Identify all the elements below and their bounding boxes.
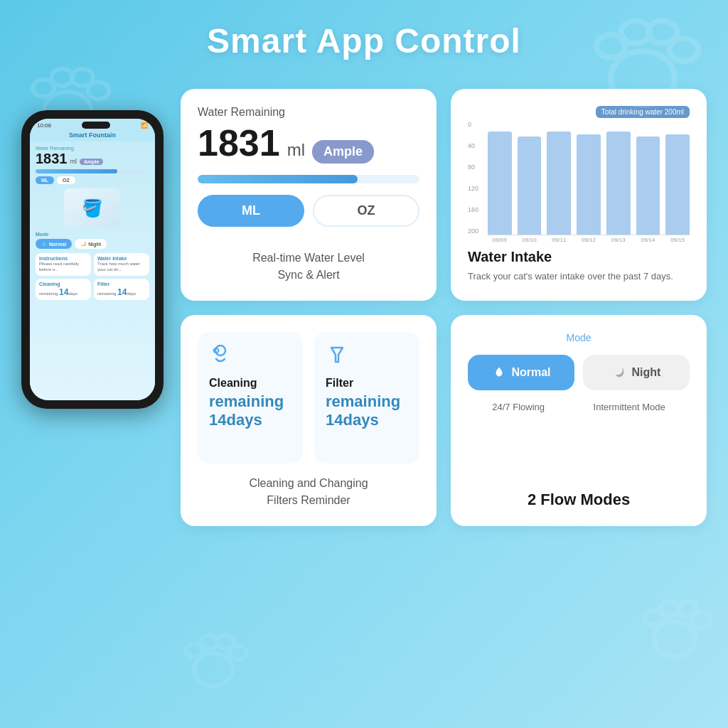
remaining-label: remaining — [326, 392, 400, 410]
night-mode-label: Night — [632, 366, 661, 379]
normal-mode-icon — [491, 365, 507, 380]
card-cleaning: Cleaning remaining 14days Filter remaini… — [181, 315, 437, 527]
phone-normal-label: Normal — [49, 242, 66, 247]
chart-y-label: 200 — [468, 228, 478, 235]
phone-status-bar: 10:08 📶 — [30, 119, 155, 130]
phone-water-label: Water Remaining — [36, 146, 149, 151]
cleaning-icon — [209, 343, 291, 371]
phone-filter-days: remaining 14days — [97, 287, 146, 297]
card-water-unit: ml — [287, 140, 305, 160]
phone-mode-row: 💧 Normal 🌙 Night — [36, 239, 149, 249]
normal-mode-desc: 24/7 Flowing — [492, 402, 545, 412]
phone-ample-badge: Ample — [80, 159, 103, 165]
card-ample-badge: Ample — [312, 140, 374, 164]
chart-bars-container: 20016012080400 — [468, 121, 690, 235]
phone-instructions-title: Instructions — [39, 256, 87, 261]
phone-filter-item: Filter remaining 14days — [94, 279, 149, 300]
chart-bar — [518, 136, 542, 235]
chart-area: 20016012080400 09/0909/1009/1109/1209/13… — [468, 121, 690, 243]
chart-title-row: Total drinking water 200ml — [468, 106, 690, 118]
filter-icon — [326, 343, 408, 371]
phone-info-grid: Instructions Please read carefully befor… — [36, 253, 149, 300]
mode-desc-row: 24/7 Flowing Intermittent Mode — [468, 402, 690, 412]
chart-bar — [636, 136, 660, 235]
chart-baseline — [488, 235, 690, 235]
phone-night-button[interactable]: 🌙 Night — [75, 239, 107, 249]
card-water-amount-row: 1831 ml Ample — [198, 124, 419, 164]
chart-x-label: 09/11 — [547, 237, 571, 243]
phone-app-name: Smart Fountain — [30, 130, 155, 141]
card-water-label: Water Remaining — [198, 106, 419, 119]
card-caption-line2: Sync & Alert — [277, 269, 339, 281]
phone-icons: 📶 — [141, 122, 148, 129]
card-oz-button[interactable]: OZ — [313, 195, 419, 227]
card-unit-row: ML OZ — [198, 195, 419, 227]
chart-x-label: 09/14 — [636, 237, 660, 243]
cards-grid: Water Remaining 1831 ml Ample ML OZ Real… — [181, 82, 707, 526]
mode-section-label: Mode — [468, 332, 690, 343]
chart-y-label: 120 — [468, 185, 478, 192]
night-mode-icon — [612, 365, 628, 380]
flow-modes-title: 2 Flow Modes — [468, 491, 690, 509]
card-water-caption: Real-time Water Level Sync & Alert — [198, 250, 419, 284]
cleaning-days-text: remaining 14days — [209, 392, 291, 429]
phone-normal-button[interactable]: 💧 Normal — [36, 239, 72, 249]
filter-item-title: Filter — [326, 377, 408, 390]
card-progress-fill — [198, 175, 358, 183]
mode-buttons: Normal Night — [468, 355, 690, 390]
night-mode-desc: Intermittent Mode — [594, 402, 665, 412]
chart-y-label: 160 — [468, 206, 478, 213]
chart-y-labels: 20016012080400 — [468, 121, 478, 235]
cleaning-caption: Cleaning and Changing Filters Reminder — [198, 475, 419, 509]
card-water-remaining: Water Remaining 1831 ml Ample ML OZ Real… — [181, 89, 437, 301]
chart-bar — [606, 132, 631, 235]
phone-cleaning-days: remaining 14days — [39, 287, 87, 297]
svg-point-23 — [215, 346, 225, 355]
chart-legend-badge: Total drinking water 200ml — [596, 106, 690, 118]
card-caption-line1: Real-time Water Level — [252, 252, 365, 264]
chart-x-label: 09/15 — [665, 237, 690, 243]
phone-instructions-item: Instructions Please read carefully befor… — [36, 253, 91, 276]
phone-fountain-image: 🪣 — [64, 188, 121, 228]
remaining-label: remaining — [209, 392, 284, 410]
phone-water-intake-text: Track how much water your cat dri... — [97, 262, 146, 273]
phone-normal-icon: 💧 — [41, 241, 48, 247]
filter-days-text: remaining 14days — [326, 392, 408, 429]
phone-progress-bar — [36, 169, 149, 173]
phone-water-amount-row: 1831 ml Ample — [36, 151, 149, 167]
cleaning-caption-line2: Filters Reminder — [267, 494, 350, 506]
chart-x-labels: 09/0909/1009/1109/1209/1309/1409/15 — [468, 237, 690, 243]
cleaning-item: Cleaning remaining 14days — [198, 332, 303, 464]
main-layout: 10:08 📶 Smart Fountain Water Remaining 1… — [0, 82, 728, 724]
phone-mode-label: Mode — [36, 232, 149, 237]
night-mode-button[interactable]: Night — [583, 355, 690, 390]
card-mode: Mode Normal Night 24/7 Flowing Interm — [451, 315, 707, 527]
card-ml-button[interactable]: ML — [198, 195, 304, 227]
phone-device: 10:08 📶 Smart Fountain Water Remaining 1… — [21, 110, 164, 409]
card-water-number: 1831 — [198, 124, 280, 161]
chart-x-label: 09/09 — [488, 237, 512, 243]
phone-instructions-text: Please read carefully before u... — [39, 262, 87, 273]
phone-oz-button[interactable]: OZ — [57, 176, 75, 184]
phone-ml-button[interactable]: ML — [36, 176, 54, 184]
phone-water-intake-item: Water Intake Track how much water your c… — [94, 253, 149, 276]
normal-mode-button[interactable]: Normal — [468, 355, 574, 390]
normal-mode-label: Normal — [511, 366, 550, 379]
phone-water-intake-title: Water Intake — [97, 256, 146, 261]
phone-cleaning-title: Cleaning — [39, 282, 87, 287]
card-chart-desc: Track your cat's water intake over the p… — [468, 269, 690, 284]
phone-water-unit: ml — [70, 158, 77, 165]
chart-bar — [547, 132, 571, 235]
phone-screen: 10:08 📶 Smart Fountain Water Remaining 1… — [30, 119, 155, 400]
chart-bar — [488, 132, 512, 235]
phone-night-icon: 🌙 — [80, 241, 87, 247]
phone-night-label: Night — [88, 242, 101, 247]
phone-filter-title: Filter — [97, 282, 146, 287]
filter-item: Filter remaining 14days — [314, 332, 419, 464]
card-chart-title: Water Intake — [468, 249, 690, 265]
cleaning-item-title: Cleaning — [209, 377, 291, 390]
card-progress-bar — [198, 175, 419, 183]
phone-progress-fill — [36, 169, 117, 173]
cleaning-caption-line1: Cleaning and Changing — [249, 477, 368, 489]
chart-x-label: 09/12 — [577, 237, 601, 243]
